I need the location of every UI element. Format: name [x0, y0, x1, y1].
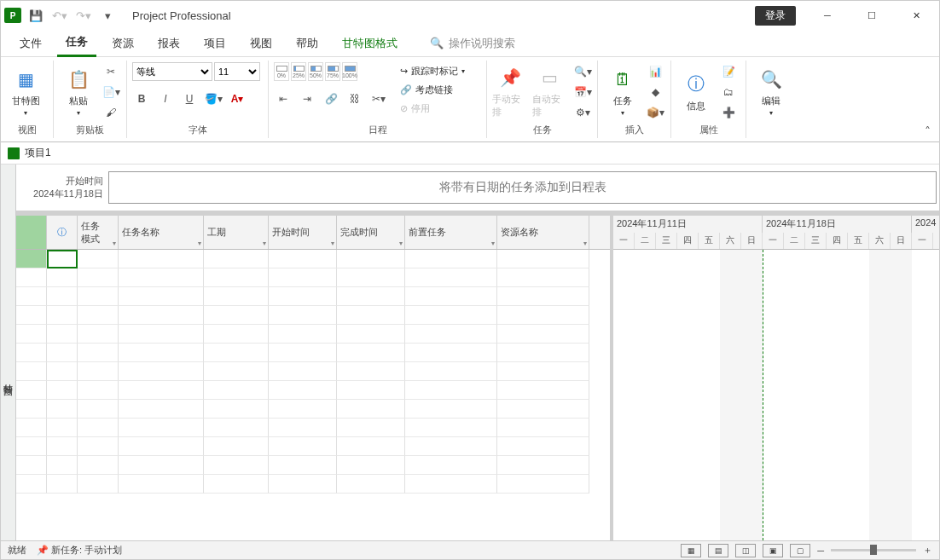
milestone-button[interactable]: ◆: [646, 83, 664, 101]
copy-button[interactable]: 📄▾: [102, 83, 120, 101]
day-header[interactable]: 四: [677, 233, 699, 250]
day-header[interactable]: 日: [891, 233, 912, 250]
track-marker-button[interactable]: ↪跟踪时标记▾: [398, 62, 467, 79]
cut-button[interactable]: ✂: [102, 62, 120, 81]
auto-schedule-button[interactable]: ▭ 自动安排: [532, 62, 569, 120]
day-header[interactable]: 日: [741, 233, 763, 250]
day-header[interactable]: 二: [635, 233, 656, 250]
col-duration[interactable]: 工期▾: [204, 216, 269, 249]
find-button[interactable]: 🔍 编辑 ▾: [751, 62, 791, 120]
table-row[interactable]: [16, 475, 610, 494]
info-button[interactable]: ⓘ 信息: [676, 62, 716, 120]
day-header[interactable]: 一: [613, 233, 635, 250]
view-usage-button[interactable]: ▤: [708, 544, 728, 557]
day-header[interactable]: 五: [848, 233, 869, 250]
zoom-slider[interactable]: [831, 549, 916, 551]
table-row[interactable]: [16, 306, 610, 325]
view-resource-button[interactable]: ▢: [790, 544, 810, 557]
font-color-button[interactable]: A▾: [228, 89, 247, 108]
save-button[interactable]: 💾: [26, 6, 45, 25]
day-header[interactable]: 一: [912, 233, 933, 250]
table-row[interactable]: [16, 456, 610, 475]
notes-button[interactable]: 📝: [719, 62, 738, 81]
col-predecessors[interactable]: 前置任务▾: [405, 216, 497, 249]
maximize-button[interactable]: ☐: [852, 3, 891, 28]
font-family-select[interactable]: 等线: [132, 62, 212, 81]
table-row[interactable]: [16, 381, 610, 400]
view-calendar-button[interactable]: ▣: [763, 544, 783, 557]
zoom-in-button[interactable]: ＋: [923, 544, 932, 557]
table-row[interactable]: [16, 250, 610, 268]
zoom-out-button[interactable]: ─: [817, 546, 824, 556]
respect-links-button[interactable]: 🔗考虑链接: [398, 81, 467, 98]
view-gantt-button[interactable]: ▦: [681, 544, 701, 557]
tab-report[interactable]: 报表: [149, 31, 189, 56]
details-button[interactable]: 🗂: [719, 83, 738, 101]
day-header[interactable]: 五: [699, 233, 720, 250]
insert-task-button[interactable]: 🗓 任务 ▾: [603, 62, 642, 120]
col-finish[interactable]: 完成时间▾: [337, 216, 405, 249]
view-network-button[interactable]: ◫: [735, 544, 756, 557]
status-newtask[interactable]: 📌 新任务: 手动计划: [37, 544, 122, 557]
table-row[interactable]: [16, 325, 610, 344]
col-mode[interactable]: 任务 模式▾: [78, 216, 119, 249]
pct-25-button[interactable]: 25%: [291, 62, 306, 81]
move-button[interactable]: 📅▾: [573, 83, 592, 101]
bold-button[interactable]: B: [132, 89, 151, 108]
minimize-button[interactable]: ─: [808, 3, 847, 28]
tab-gantt-format[interactable]: 甘特图格式: [334, 31, 406, 56]
indent-button[interactable]: ⇥: [298, 89, 316, 108]
timeline-body[interactable]: 将带有日期的任务添加到日程表: [108, 171, 937, 204]
gantt-body[interactable]: [613, 250, 939, 540]
italic-button[interactable]: I: [156, 89, 175, 108]
manual-schedule-button[interactable]: 📌 手动安排: [492, 62, 529, 120]
fill-color-button[interactable]: 🪣▾: [204, 89, 223, 108]
tab-help[interactable]: 帮助: [287, 31, 327, 56]
grid-body[interactable]: [16, 250, 610, 540]
pct-75-button[interactable]: 75%: [325, 62, 340, 81]
gantt-side-label[interactable]: 甘特图: [1, 216, 16, 540]
day-header[interactable]: 六: [869, 233, 891, 250]
day-header[interactable]: 三: [656, 233, 677, 250]
tell-me-search[interactable]: 🔍 操作说明搜索: [430, 36, 515, 51]
table-row[interactable]: [16, 400, 610, 419]
table-row[interactable]: [16, 437, 610, 456]
mode-button[interactable]: ⚙▾: [573, 103, 592, 122]
login-button[interactable]: 登录: [755, 6, 796, 26]
day-header[interactable]: 三: [805, 233, 827, 250]
table-row[interactable]: [16, 287, 610, 306]
deliverable-button[interactable]: 📦▾: [646, 103, 664, 122]
font-size-select[interactable]: 11: [214, 62, 260, 81]
col-start[interactable]: 开始时间▾: [269, 216, 337, 249]
pct-100-button[interactable]: 100%: [342, 62, 357, 81]
deactivate-button[interactable]: ⊘停用: [398, 100, 467, 117]
summary-button[interactable]: 📊: [646, 62, 664, 81]
day-header[interactable]: 二: [784, 233, 805, 250]
col-row-header[interactable]: [16, 216, 47, 249]
task-grid[interactable]: ⓘ 任务 模式▾ 任务名称▾ 工期▾ 开始时间▾ 完成时间▾ 前置任务▾ 资源名…: [16, 216, 613, 540]
table-row[interactable]: [16, 344, 610, 362]
qat-customize[interactable]: ▾: [98, 6, 117, 25]
collapse-ribbon-button[interactable]: ˄: [925, 124, 931, 138]
tab-resource[interactable]: 资源: [103, 31, 142, 56]
day-header[interactable]: 四: [827, 233, 848, 250]
week-header[interactable]: 2024年11月18日: [763, 216, 912, 233]
week-header[interactable]: 2024年11月11日: [613, 216, 763, 233]
timeline-pane[interactable]: 开始时间 2024年11月18日 将带有日期的任务添加到日程表: [16, 165, 939, 216]
tab-task[interactable]: 任务: [57, 29, 96, 57]
col-info[interactable]: ⓘ: [47, 216, 78, 249]
underline-button[interactable]: U: [180, 89, 199, 108]
pct-0-button[interactable]: 0%: [274, 62, 289, 81]
table-row[interactable]: [16, 362, 610, 381]
outdent-button[interactable]: ⇤: [274, 89, 293, 108]
day-header[interactable]: 一: [763, 233, 784, 250]
tab-view[interactable]: 视图: [241, 31, 281, 56]
inspect-button[interactable]: 🔍▾: [573, 62, 592, 81]
table-row[interactable]: [16, 419, 610, 437]
table-row[interactable]: [16, 268, 610, 287]
day-header[interactable]: 六: [720, 233, 741, 250]
week-header[interactable]: 2024: [912, 216, 939, 233]
pct-50-button[interactable]: 50%: [308, 62, 323, 81]
split-task-button[interactable]: ✂▾: [369, 89, 388, 108]
format-painter-button[interactable]: 🖌: [102, 103, 120, 122]
